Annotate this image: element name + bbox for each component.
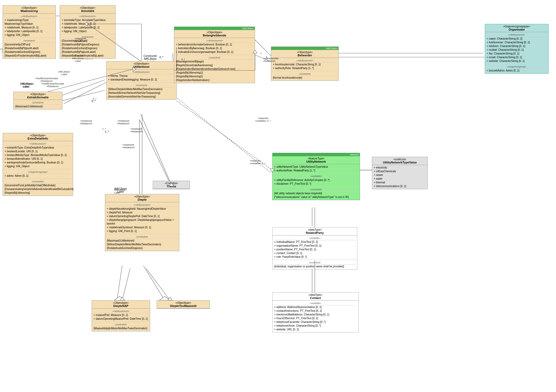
belanghebbende-classname: Belanghebbende xyxy=(203,34,226,37)
box-thema: «Codelijst» Thema xyxy=(153,181,190,189)
constraint-network-u: {NetworkBinnenNetworkNietVanToepassing} xyxy=(108,91,175,95)
label-heeftextra: +heeftExtraInformatie«Relatierol» xyxy=(35,77,58,82)
attr-telefax-c: + telephoneFacsimile: CharacterString [0… xyxy=(274,320,357,324)
svg-line-1 xyxy=(61,90,105,101)
maatvoering-attrs-label: «Attribuutsoort» xyxy=(5,14,54,18)
constraint-geometrie-m: {GeometrieIijnOfPunt} xyxy=(5,43,54,47)
extrainformatie-classname: ExtraInformatie xyxy=(27,96,49,99)
attr-rotatiehoek-m: + rotatiehoek: Measure [0..1] xyxy=(5,26,54,29)
maatvoering-constraints-section: constraints {GeometrieIijnOfPunt} {Rotat… xyxy=(3,38,56,58)
constraint-waarde-a: {WaardeEnPositieVerplichtBijLabel} xyxy=(62,54,114,58)
constraint-regels-ind-b: {RegelsIndienBeheerdersInformatieGelever… xyxy=(176,67,253,71)
utilitytypenetworkvalue-classname: UtilityNetworkTypeValue xyxy=(383,161,417,164)
attr-sewer-un: + sewer xyxy=(374,173,426,177)
relation-label-extrainfo: +heeftExtraInformatie«Relatierol» xyxy=(41,82,64,88)
box-utileitsnet: «Objecttype» Utiliteitsnet «Attribuutsoo… xyxy=(106,61,177,100)
attr-email-org: + email: CharacterString [0..1] xyxy=(487,56,547,59)
attr-annotatietype: + annotatieType: AnnotatieTypeValue xyxy=(62,18,114,22)
constraint-rotatie-label-a: {RotatiehoekBijPijlpuntLabel} xyxy=(62,50,114,54)
box-contact: «dataType» Contact «voidable» + address:… xyxy=(272,292,359,332)
attr-address-c: + address: AddressRepresentation [0..1] xyxy=(274,305,357,309)
svg-line-2 xyxy=(61,80,105,96)
utileitsnet-constraints-section: constraints {WibonDiepteInMeterMetMaxTwe… xyxy=(107,83,176,99)
attr-televoice-c: + telephoneVoice: CharacterString [0..*] xyxy=(274,324,357,328)
label-imkl-label-left: IMKLBasisLabel xyxy=(23,82,34,88)
label-0star: 0..* xyxy=(93,98,97,100)
annotatie-constraints-section: constraints {GeometrieIijnOfPunt} {Rotat… xyxy=(60,34,115,58)
attr-utilitynetworktype-un: + utilityNetworkType: UtilityNetworkType… xyxy=(274,165,358,169)
svg-marker-40 xyxy=(120,297,124,300)
annotatie-stereotype: «Objecttype» xyxy=(61,6,114,9)
attr-oilgaschemicals-un: + oilGasChemicals xyxy=(374,170,426,173)
constraint-maaiveld-dn: {MaaivelddpijInMeterMetMaxTweeDecimalen} xyxy=(94,327,148,330)
svg-marker-15 xyxy=(159,296,170,300)
constraint-individual-rp: {individual, organisation or position na… xyxy=(274,265,355,268)
beheerder-classname: Beheerder xyxy=(298,54,312,57)
thema-classname: Thema xyxy=(167,185,176,188)
constraint-regels2-b: {RegelsBijUitlevering2} xyxy=(176,75,253,78)
label-1-mult: 1 xyxy=(260,52,262,54)
attr-maatvoeringstype: + maatvoeringsType: MaatvoeringsTypeValu… xyxy=(5,18,54,26)
maatvoering-constraints-label: constraints xyxy=(5,39,54,43)
constraint-wibon-u: {WibonDiepteInMeterMetMaxTweeDecimalen} xyxy=(108,87,175,91)
diepte-stereotype: «Objecttype» xyxy=(107,195,178,198)
attr-ligging-edi: + ligging: GM_Object xyxy=(5,165,71,168)
belanghebbende-attrs-section: «Attribuutsoort» + beheerdersinformatieG… xyxy=(174,38,255,55)
utilitynetwork-stereotype: «featureType» xyxy=(274,157,358,160)
dieptenap-stereotype: «Objecttype» xyxy=(93,301,148,304)
utilitynetwork-constraints-label: constraints xyxy=(274,188,358,192)
constraint-rotatie-degrees-a: {RotatiehoekBijPijlpuntDegrees} xyxy=(62,43,114,47)
constraint-rotatie-d: {RotatiehoekEenheidDegrees} xyxy=(107,246,177,250)
belanghebbende-attrs-label: «Attribuutsoort» xyxy=(176,39,253,43)
maatvoering-classname: Maatvoering xyxy=(21,9,38,12)
box-diepte-header: «Objecttype» Diepte xyxy=(105,194,179,202)
box-extrainformatie: «Objecttype» ExtraInformatie constraints… xyxy=(13,92,62,109)
box-organisatie-header: «Gegevensgroeptype» Organisatie xyxy=(485,24,548,32)
diagram-canvas: +utileitsnet«Relatierol» +heeftExtraInfo… xyxy=(0,0,556,392)
diepte-attrs-label: «Attribuutsoort» xyxy=(107,203,177,207)
constraint-maxlal-b: {MaxIalgemeneIBijlage} xyxy=(176,60,253,64)
box-thema-header: «Codelijst» Thema xyxy=(153,181,190,189)
dieptenap-attrs-label: «Attribuutsoort» xyxy=(94,309,148,313)
attr-adres-edi: + adres: Adres [0..1] xyxy=(5,174,71,178)
box-utilitynetwork-header: «featureType» UtilityNetwork xyxy=(273,156,360,164)
attr-role-rp: + role: PartyRoleValue [0..*] xyxy=(274,255,355,259)
attr-contact-rp: + contact: Contact [0..1] xyxy=(274,251,355,255)
relation-label-networks: +networks«voidable» 0..* xyxy=(255,117,271,122)
svg-line-5 xyxy=(143,266,165,300)
attr-authority-beh: + authorityRole: RelatedParty [1..*] xyxy=(273,66,337,70)
utilitynetwork-network-header: Network xyxy=(273,153,360,156)
label-0star2: 0..* xyxy=(181,58,185,61)
attr-bezoekadres-org: + bezoekAdres: Adres [0..1] xyxy=(487,69,547,73)
extrainformatie-constraints-section: constraints {Maximaal1Utiliteitsnet} xyxy=(14,100,62,109)
attr-authorityrole-un: + authorityRole: RelatedParty [1..*] xyxy=(274,169,358,172)
utilitynetwork-constraints-section: constraints {All utility network objects… xyxy=(273,187,360,200)
box-extradetailinfo-header: «Objecttype» ExtraDetailInfo xyxy=(3,133,73,141)
box-beheerder-header: «Objecttype» Beheerder xyxy=(271,50,338,58)
attr-fax-org: + fax: CharacterString [0..1] xyxy=(487,52,547,56)
constraint-regels-dec-b: {RegelsDecentraleAanlevering} xyxy=(176,64,253,67)
dieptenap-attrs-section: «Attribuutsoort» + maaivelPeil: Measure … xyxy=(92,309,150,322)
attr-dieptenauw-d: + diepteNauwkeurigheid: NauwrigheidDiept… xyxy=(107,207,177,211)
constraint-eenheid-a: {RotatiehoekEenheidDegrees} xyxy=(62,47,114,50)
thema-stereotype: «Codelijst» xyxy=(154,182,188,185)
constraint-format-beh: {format bronhoudercode} xyxy=(273,76,337,80)
diepte-attrs-section: «Attribuutsoort» + diepteNauwkeurigheid:… xyxy=(105,202,179,234)
box-belanghebbende: IMKLBasis «Objecttype» Belanghebbende «A… xyxy=(174,27,255,83)
attr-orgname-rp: + organisationName: PT_FreeText [0..1] xyxy=(274,244,355,248)
relatedparty-voidable-section: «voidable» + individualName: PT_FreeText… xyxy=(273,235,357,260)
attr-datumopmeting-dn: + datumOpmetingMaaivelPeil: DateTime [0.… xyxy=(94,317,148,321)
dieptetovmaaiveld-stereotype: «Objecttype» xyxy=(158,301,208,304)
utilitynetwork-voidable-label: «voidable» xyxy=(274,174,358,178)
utileitsnet-attrs-label: «Attribuutsoort» xyxy=(108,70,175,74)
contact-stereotype: «dataType» xyxy=(274,293,357,296)
diepte-constraints-section: constraints {Maximaal1Utiliteitsnet} {Wi… xyxy=(105,234,179,251)
mult-label-2: 1..* xyxy=(105,130,109,133)
constraint-inspire-un: {All utility network objects have inspir… xyxy=(274,192,358,195)
contact-voidable-section: «voidable» + address: AddressRepresentat… xyxy=(273,301,358,332)
beheerder-attrs-label: «Attribuutsoort» xyxy=(273,59,337,63)
box-contact-header: «dataType» Contact xyxy=(273,293,358,301)
box-beheerder: IMKLBasis «Objecttype» Beheerder «Attrib… xyxy=(271,47,339,81)
extradetailinfo-gegevens-section: «Gegevensgroep» + adres: Adres [0..1] xyxy=(3,169,73,179)
constraint-maximaal-ei: {Maximaal1Utiliteitsnet} xyxy=(15,105,61,108)
